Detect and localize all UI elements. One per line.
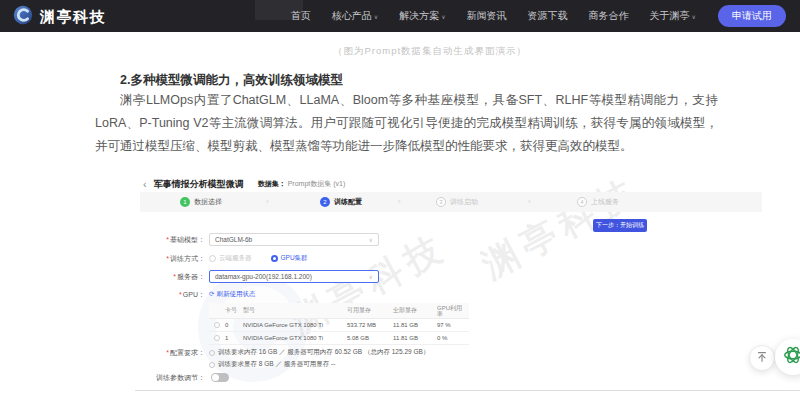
back-to-top-button[interactable] (749, 345, 775, 371)
step-arrow-icon: › (266, 197, 269, 206)
vram-requirement-line: 训练要求显存 8 GB ／ 服务器可用显存 -- (209, 359, 335, 370)
step-1-dot: 1 (180, 197, 190, 207)
radio-gpu-cluster-label[interactable]: GPU集群 (281, 254, 308, 263)
nav-item-products[interactable]: 核心产品∨ (332, 9, 378, 23)
brand-name: 渊亭科技 (40, 8, 106, 27)
task-header: ‹ 军事情报分析模型微调 数据集： Prompt数据集 (v1) (143, 178, 345, 190)
status-dot-icon (209, 350, 215, 356)
server-value: datamax-gpu-200(192.168.1.200) (215, 273, 312, 280)
finetune-screenshot: 渊亭科技 渊亭科技 ‹ 军事情报分析模型微调 数据集： Prompt数据集 (v… (135, 172, 800, 392)
nav-menu: 首页 核心产品∨ 解决方案∨ 新闻资讯 资源下载 商务合作 关于渊亭∨ (291, 0, 696, 32)
train-mode-label: *训练方式： (135, 252, 205, 265)
radio-gpu-cluster[interactable] (271, 255, 278, 262)
chevron-down-icon: ∨ (369, 273, 373, 280)
step-data-select[interactable]: 1 数据选择 (180, 192, 222, 212)
training-params-toggle[interactable] (211, 373, 229, 382)
green-knot-icon (782, 344, 800, 370)
section-paragraph: 渊亭LLMOps内置了ChatGLM、LLaMA、Bloom等多种基座模型，具备… (95, 89, 718, 158)
gpu-0-checkbox[interactable] (214, 322, 220, 328)
refresh-gpu-status-link[interactable]: ⟳ 刷新使用状态 (209, 289, 255, 299)
arrow-up-icon (756, 349, 768, 367)
page-divider (135, 390, 800, 391)
nav-item-about[interactable]: 关于渊亭∨ (650, 9, 696, 23)
radio-cloud-server[interactable] (209, 255, 216, 262)
gpu-label: *GPU： (135, 288, 205, 301)
next-start-training-button[interactable]: 下一步：开始训练 (593, 219, 647, 232)
refresh-icon: ⟳ (209, 290, 214, 298)
brand-logo-icon (13, 5, 33, 29)
required-mark: * (179, 291, 182, 298)
step-online-service[interactable]: 4 上线服务 (577, 192, 619, 212)
required-mark: * (166, 236, 169, 243)
base-model-label: *基础模型： (135, 233, 205, 246)
base-model-value: ChatGLM-6b (215, 236, 252, 243)
requirements-label: *配置要求： (135, 346, 205, 359)
status-dot-icon (209, 362, 215, 368)
step-arrow-icon: › (398, 197, 401, 206)
nav-item-home[interactable]: 首页 (291, 9, 311, 23)
memory-requirement-line: 训练要求内存 16 GB ／ 服务器可用内存 60.52 GB （总内存 125… (209, 347, 429, 358)
dataset-label: 数据集： (258, 179, 286, 189)
gpu-table-row: 1 NVIDIA GeForce GTX 1080 Ti 5.08 GB 11.… (209, 332, 469, 345)
chevron-down-icon: ∨ (369, 236, 373, 243)
nav-item-solutions[interactable]: 解决方案∨ (399, 9, 445, 23)
nav-item-news[interactable]: 新闻资讯 (467, 9, 507, 23)
step-3-dot: 3 (436, 197, 446, 207)
required-mark: * (173, 273, 176, 280)
gpu-table-row: 0 NVIDIA GeForce GTX 1080 Ti 533.72 MB 1… (209, 319, 469, 332)
stepper: 1 数据选择 › 2 训练配置 › 3 训练启动 › 4 上线服务 (140, 192, 762, 212)
section-heading: 2.多种模型微调能力，高效训练领域模型 (120, 72, 343, 89)
base-model-select[interactable]: ChatGLM-6b ∨ (209, 233, 379, 246)
server-select[interactable]: datamax-gpu-200(192.168.1.200) ∨ (209, 270, 379, 283)
brand[interactable]: 渊亭科技 (13, 5, 106, 29)
nav-item-business[interactable]: 商务合作 (589, 9, 629, 23)
gpu-table-header: 卡号 型号 可用显存 全部显存 GPU利用率 (209, 303, 469, 319)
step-train-config[interactable]: 2 训练配置 (320, 192, 362, 212)
radio-cloud-server-label[interactable]: 云端服务器 (219, 254, 252, 263)
train-mode-options: 云端服务器 GPU集群 (209, 252, 308, 265)
nav-item-downloads[interactable]: 资源下载 (528, 9, 568, 23)
dataset-value: Prompt数据集 (v1) (288, 179, 346, 189)
top-nav: 渊亭科技 首页 核心产品∨ 解决方案∨ 新闻资讯 资源下载 商务合作 关于渊亭∨… (0, 0, 800, 32)
page: 渊亭科技 首页 核心产品∨ 解决方案∨ 新闻资讯 资源下载 商务合作 关于渊亭∨… (0, 0, 800, 405)
step-4-dot: 4 (577, 197, 587, 207)
figure-caption: （图为Prompt数据集自动生成界面演示） (60, 45, 800, 58)
server-label: *服务器： (135, 270, 205, 283)
gpu-1-checkbox[interactable] (214, 335, 220, 341)
step-train-start[interactable]: 3 训练启动 (436, 192, 478, 212)
apply-trial-button[interactable]: 申请试用 (718, 5, 786, 27)
training-params-label: 训练参数调节： (135, 371, 205, 384)
chevron-down-icon: ∨ (374, 13, 378, 20)
task-title: 军事情报分析模型微调 (154, 178, 244, 191)
back-icon[interactable]: ‹ (143, 178, 147, 190)
required-mark: * (166, 255, 169, 262)
chevron-down-icon: ∨ (692, 13, 696, 20)
gpu-table: 卡号 型号 可用显存 全部显存 GPU利用率 0 NVIDIA GeForce … (209, 303, 469, 345)
chevron-down-icon: ∨ (441, 13, 445, 20)
toggle-knob (212, 374, 219, 381)
step-arrow-icon: › (528, 197, 531, 206)
required-mark: * (166, 349, 169, 356)
step-2-dot: 2 (320, 197, 330, 207)
